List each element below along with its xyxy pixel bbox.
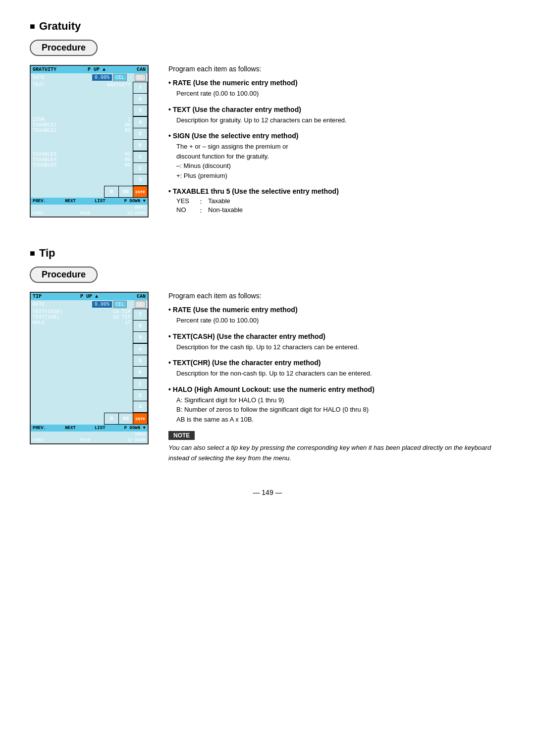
taxable-table: YES ： Taxable NO ： Non-taxable: [176, 197, 505, 215]
keys-bottom: 0 00 ENTR: [104, 186, 148, 198]
gratuity-content-row: GRATUITY P UP ▲ CAN RATE 0.00% CEL · CL …: [30, 65, 505, 222]
keyrow-789: TEXT GRATUITY 7 8 9: [31, 82, 148, 116]
note-wrapper: NOTE You can also select a tip key by pr…: [168, 431, 505, 464]
key-00[interactable]: 00: [119, 186, 133, 197]
tip-rate-row: RATE 0.00% CEL · CL: [31, 300, 148, 309]
sign-label: SIGN: [33, 117, 45, 122]
tip-key-4[interactable]: 4: [133, 344, 147, 355]
bullet-rate-desc: Percent rate (0.00 to 100.00): [176, 89, 505, 99]
tip-keyrow-123: 1 2 3: [31, 378, 148, 413]
halo-desc-b: B: Number of zeros to follow the signifi…: [176, 405, 505, 415]
bullet-text-desc: Description for gratuity. Up to 12 chara…: [176, 115, 505, 125]
terminal-can: CAN: [137, 67, 146, 72]
tip-text-rows: TEXT(CASH) CA TIP TEXT(CHR) CH TIP HALO …: [31, 309, 133, 343]
note-label: NOTE: [168, 431, 195, 440]
key-2[interactable]: 2: [133, 163, 147, 174]
gratuity-bullet-sign: SIGN (Use the selective entry method) Th…: [168, 132, 505, 180]
note-text: You can also select a tip key by pressin…: [168, 443, 505, 464]
footer-next[interactable]: NEXT: [65, 199, 76, 204]
sign-value: i: [128, 117, 131, 122]
tip-footer-list[interactable]: LIST: [95, 426, 106, 431]
pgm-label: PGM2: [33, 211, 44, 216]
tip-keyrow-0-entr: 0 00 ENTR: [31, 413, 148, 425]
tip-keys-col2: 4 5 6: [133, 343, 148, 378]
tip-text-cash-value: CA TIP: [113, 309, 131, 315]
key-0[interactable]: 0: [105, 186, 118, 197]
taxable2-label: TAXABLE2: [33, 128, 56, 133]
tip-key-8[interactable]: 8: [133, 321, 147, 331]
tip-terminal-status: 0001: [31, 432, 148, 437]
tip-key-6[interactable]: 6: [133, 367, 147, 378]
gratuity-program-text: Program each item as follows:: [168, 65, 505, 73]
key-entr[interactable]: ENTR: [133, 186, 147, 197]
tip-key-9[interactable]: 9: [133, 332, 147, 343]
key-3[interactable]: 3: [133, 174, 147, 185]
cel-btn[interactable]: CEL: [113, 74, 127, 81]
tip-terminal-header: TIP P UP ▲ CAN: [31, 293, 148, 300]
tip-cel-btn[interactable]: CEL: [113, 301, 127, 308]
tip-terminal-footer: PREV. NEXT LIST P DOWN ▼: [31, 425, 148, 432]
tip-footer-prev[interactable]: PREV.: [33, 426, 46, 431]
tip-key-7[interactable]: 7: [133, 309, 147, 320]
tip-terminal-info: PGM2 MIKE 12 04PM: [31, 437, 148, 443]
key-5[interactable]: 5: [133, 128, 147, 139]
tip-key-3[interactable]: 3: [133, 401, 147, 412]
key-9[interactable]: 9: [133, 105, 147, 116]
terminal-info: PGM2 MIKE 12 04PM: [31, 211, 148, 216]
tip-bullet-rate-title: RATE (Use the numeric entry method): [168, 306, 505, 314]
footer-prev[interactable]: PREV.: [33, 199, 46, 204]
key-7[interactable]: 7: [133, 82, 147, 93]
key-1[interactable]: 1: [133, 152, 147, 162]
key-4[interactable]: 4: [133, 117, 147, 128]
tip-key-5[interactable]: 5: [133, 355, 147, 366]
gratuity-bullet-taxable: TAXABLE1 thru 5 (Use the selective entry…: [168, 187, 505, 215]
key-8[interactable]: 8: [133, 94, 147, 105]
tip-dot-btn[interactable]: ·: [128, 301, 134, 308]
dot-btn[interactable]: ·: [128, 74, 134, 81]
tip-footer-next[interactable]: NEXT: [65, 426, 76, 431]
tip-cl-btn[interactable]: CL: [135, 301, 146, 308]
taxable5-label: TAXABLE5: [33, 162, 56, 168]
tip-key-2[interactable]: 2: [133, 390, 147, 401]
tip-footer-pdown[interactable]: P DOWN ▼: [124, 426, 146, 431]
taxable1-label: TAXABLE1: [33, 122, 56, 128]
tip-rate-value: 0.00%: [92, 301, 112, 308]
gratuity-terminal: GRATUITY P UP ▲ CAN RATE 0.00% CEL · CL …: [30, 65, 149, 217]
cl-btn[interactable]: CL: [135, 74, 146, 81]
tip-bullet-textchr-desc: Description for the non-cash tip. Up to …: [176, 369, 505, 378]
tip-section: Tip Procedure TIP P UP ▲ CAN RATE 0.00% …: [30, 247, 505, 464]
taxable2-value: NO: [125, 128, 131, 133]
footer-list[interactable]: LIST: [95, 199, 106, 204]
tip-key-entr[interactable]: ENTR: [133, 413, 147, 424]
keys-col1: 7 8 9: [133, 82, 148, 116]
tip-bullet-halo-desc: A: Significant digit for HALO (1 thru 9)…: [176, 395, 505, 425]
tip-key-0[interactable]: 0: [105, 413, 118, 424]
halo-desc-ab: AB is the same as A x 10B.: [176, 415, 505, 425]
keyrow-123: TAXABLE3 NO TAXABLE4 NO TAXABLE5 NO 1 2: [31, 151, 148, 186]
gratuity-title: Gratuity: [30, 20, 505, 33]
bullet-text-title: TEXT (Use the character entry method): [168, 106, 505, 113]
terminal-header: GRATUITY P UP ▲ CAN: [31, 66, 148, 73]
tip-empty-rows: [31, 343, 133, 378]
tip-bullet-halo-title: HALO (High Amount Lockout: use the numer…: [168, 385, 505, 393]
tip-key-00[interactable]: 00: [119, 413, 133, 424]
terminal-footer: PREV. NEXT LIST P DOWN ▼: [31, 198, 148, 205]
tip-mode-label: MIKE: [80, 438, 91, 443]
mode-label: MIKE: [80, 211, 91, 216]
taxable4-label: TAXABLE4: [33, 157, 56, 162]
terminal-header-label: GRATUITY: [33, 67, 56, 72]
key-6[interactable]: 6: [133, 140, 147, 151]
footer-pdown[interactable]: P DOWN ▼: [124, 199, 146, 204]
keys-col3: 1 2 3: [133, 151, 148, 186]
tip-keys-col1: 7 8 9: [133, 309, 148, 343]
tip-key-1[interactable]: 1: [133, 378, 147, 389]
tip-halo-value: 17: [125, 320, 131, 325]
tip-bullet-textcash-desc: Description for the cash tip. Up to 12 c…: [176, 342, 505, 352]
bullet-taxable-title: TAXABLE1 thru 5 (Use the selective entry…: [168, 187, 505, 195]
keyrow-456: SIGN i TAXABLE1 NO TAXABLE2 NO 4 5 6: [31, 116, 148, 151]
time-label: 12 04PM: [127, 211, 146, 216]
tip-bullet-rate: RATE (Use the numeric entry method) Perc…: [168, 306, 505, 325]
tip-keys-col3: 1 2 3: [133, 378, 148, 413]
tip-text-cash-label: TEXT(CASH): [33, 309, 62, 315]
tip-bullet-textcash-title: TEXT(CASH) (Use the character entry meth…: [168, 332, 505, 340]
